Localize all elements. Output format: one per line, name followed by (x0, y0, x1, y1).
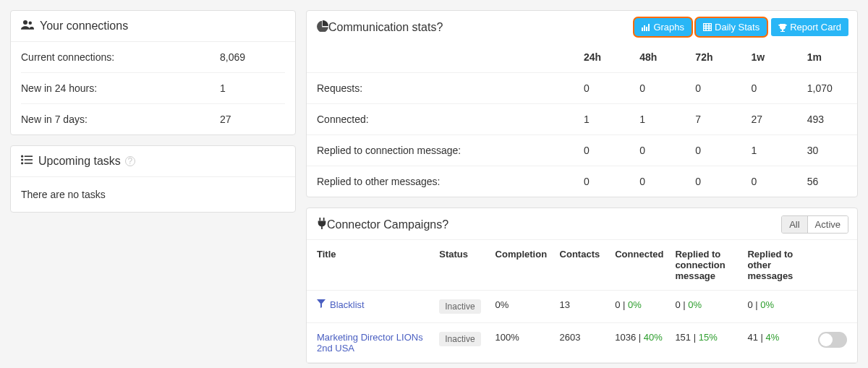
stats-cell: 7 (689, 104, 745, 135)
campaign-row: Marketing Director LIONs 2nd USAInactive… (307, 323, 857, 363)
stats-cell: 27 (746, 104, 801, 135)
svg-rect-3 (25, 155, 33, 157)
stats-row: Connected:11727493 (307, 104, 857, 135)
campaign-name[interactable]: Marketing Director LIONs 2nd USA (307, 323, 433, 363)
stats-cell: 0 (689, 166, 745, 197)
graphs-button[interactable]: Graphs (634, 18, 692, 36)
stats-col-header: 1m (801, 42, 857, 73)
col-title: Title (307, 240, 433, 291)
stats-row: Requests:00001,070 (307, 73, 857, 104)
stats-cell: 1 (578, 104, 634, 135)
campaigns-table: Title Status Completion Contacts Connect… (307, 239, 857, 363)
col-status: Status (433, 240, 489, 291)
campaign-contacts: 2603 (554, 323, 610, 363)
svg-point-2 (21, 155, 23, 158)
communication-stats-card: Communication stats ? Graphs Daily Stats… (306, 10, 858, 197)
col-contacts: Contacts (554, 240, 610, 291)
col-replied-other: Replied to other messages (741, 240, 812, 291)
connection-label: New in 24 hours: (21, 82, 220, 94)
people-icon (21, 20, 34, 33)
stats-col-header: 48h (634, 42, 689, 73)
upcoming-tasks-card: Upcoming tasks ? There are no tasks (10, 145, 296, 213)
col-replied-connection: Replied to connection message (669, 240, 741, 291)
stats-cell: 56 (801, 166, 857, 197)
stats-cell: 493 (801, 104, 857, 135)
upcoming-tasks-header: Upcoming tasks ? (11, 146, 295, 177)
trophy-icon (778, 23, 787, 32)
campaign-connected: 0 | 0% (609, 291, 669, 323)
svg-rect-12 (704, 24, 712, 31)
connection-row: New in 24 hours:1 (21, 73, 285, 104)
connection-label: Current connections: (21, 51, 220, 63)
stats-cell: 0 (578, 73, 634, 104)
connection-row: Current connections:8,069 (21, 42, 285, 73)
stats-row: Replied to other messages:000056 (307, 166, 857, 197)
stats-row-label: Connected: (307, 104, 578, 135)
svg-rect-9 (644, 25, 645, 31)
your-connections-header: Your connections (11, 11, 295, 42)
table-icon (703, 23, 712, 31)
connection-value: 8,069 (220, 51, 285, 63)
svg-rect-18 (323, 218, 325, 221)
campaign-completion: 100% (490, 323, 554, 363)
help-icon[interactable]: ? (436, 21, 443, 34)
campaign-contacts: 13 (554, 291, 610, 323)
svg-point-4 (21, 158, 23, 161)
filter-active-button[interactable]: Active (807, 216, 848, 233)
svg-point-1 (29, 22, 33, 25)
communication-stats-title: Communication stats (328, 21, 436, 34)
stats-row-label: Replied to other messages: (307, 166, 578, 197)
col-completion: Completion (490, 240, 554, 291)
status-badge: Inactive (439, 299, 480, 314)
stats-cell: 30 (801, 135, 857, 166)
campaign-filter-segment: All Active (781, 215, 848, 234)
stats-cell: 1 (634, 104, 689, 135)
filter-all-button[interactable]: All (782, 216, 807, 233)
help-icon[interactable]: ? (125, 156, 135, 166)
daily-stats-button[interactable]: Daily Stats (696, 18, 767, 36)
stats-cell: 0 (689, 73, 745, 104)
campaign-replied-connection: 151 | 15% (669, 323, 741, 363)
stats-row: Replied to connection message:000130 (307, 135, 857, 166)
upcoming-tasks-title: Upcoming tasks (38, 155, 121, 168)
list-icon (21, 155, 33, 168)
campaign-completion: 0% (490, 291, 554, 323)
campaign-toggle[interactable] (818, 332, 847, 348)
connection-value: 27 (220, 114, 285, 125)
svg-rect-11 (648, 24, 650, 31)
stats-cell: 0 (578, 135, 634, 166)
campaign-name[interactable]: Blacklist (307, 291, 433, 323)
connection-row: New in 7 days:27 (21, 104, 285, 134)
stats-row-label: Requests: (307, 73, 578, 104)
stats-cell: 1 (746, 135, 801, 166)
stats-col-header: 1w (746, 42, 801, 73)
report-card-button[interactable]: Report Card (771, 18, 848, 36)
stats-cell: 0 (634, 135, 689, 166)
svg-rect-5 (25, 159, 33, 161)
svg-rect-17 (319, 218, 320, 221)
no-tasks-text: There are no tasks (11, 177, 295, 212)
bar-chart-icon (642, 23, 650, 31)
stats-cell: 1,070 (801, 73, 857, 104)
plug-icon (317, 218, 327, 232)
help-icon[interactable]: ? (442, 218, 448, 231)
status-badge: Inactive (439, 332, 480, 346)
campaign-row: BlacklistInactive0%130 | 0%0 | 0%0 | 0% (307, 291, 857, 323)
svg-rect-10 (646, 27, 647, 31)
stats-row-label: Replied to connection message: (307, 135, 578, 166)
stats-cell: 0 (578, 166, 634, 197)
svg-point-6 (21, 162, 23, 164)
connector-campaigns-title: Connector Campaigns (327, 218, 442, 231)
svg-rect-7 (25, 163, 33, 164)
campaign-replied-other: 41 | 4% (741, 323, 812, 363)
stats-cell: 0 (746, 73, 801, 104)
stats-cell: 0 (746, 166, 801, 197)
stats-cell: 0 (634, 166, 689, 197)
connection-value: 1 (220, 82, 285, 94)
funnel-icon (317, 299, 326, 310)
your-connections-title: Your connections (40, 20, 128, 33)
col-connected: Connected (609, 240, 669, 291)
connector-campaigns-card: Connector Campaigns ? All Active Title S… (306, 207, 858, 364)
svg-rect-8 (642, 27, 643, 31)
campaign-replied-other: 0 | 0% (741, 291, 812, 323)
